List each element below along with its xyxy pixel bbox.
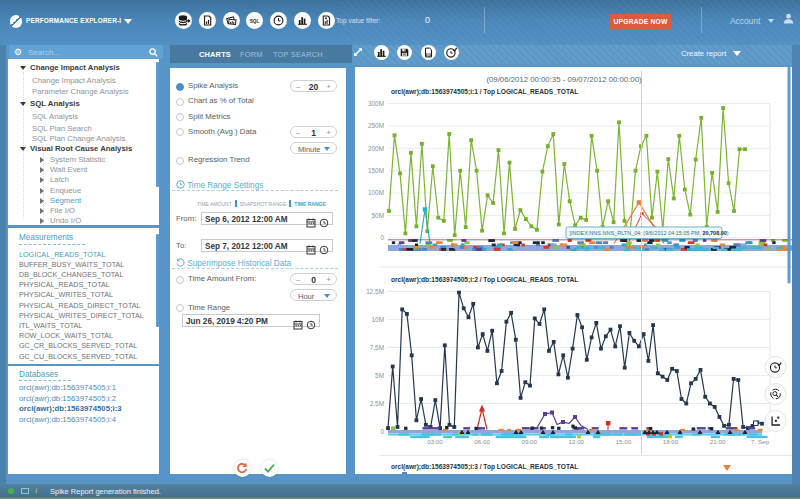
svg-text:150M: 150M	[368, 166, 384, 173]
svg-text:SQL: SQL	[425, 53, 432, 57]
svg-text:18:00: 18:00	[663, 437, 679, 444]
svg-text:06:00: 06:00	[474, 437, 490, 444]
svg-text:SQL: SQL	[250, 18, 260, 23]
svg-text:15:00: 15:00	[616, 437, 632, 444]
svg-text:(09/06/2012 00:00:35 - 09/07/2: (09/06/2012 00:00:35 - 09/07/2012 00:00:…	[486, 74, 642, 83]
svg-text:50M: 50M	[372, 211, 384, 218]
svg-text:250M: 250M	[368, 122, 384, 129]
svg-text:03:00: 03:00	[427, 437, 443, 444]
svg-text:09:00: 09:00	[521, 437, 537, 444]
svg-text:[INDEX:NNS.NNS_RLTN_04: (9/6/2: [INDEX:NNS.NNS_RLTN_04: (9/6/2012 04:15:…	[570, 230, 729, 236]
svg-text:10M: 10M	[372, 315, 384, 322]
svg-text:21:00: 21:00	[710, 437, 726, 444]
svg-text:7.5M: 7.5M	[370, 343, 384, 350]
svg-text:12:00: 12:00	[569, 437, 585, 444]
svg-text:0: 0	[380, 234, 384, 241]
svg-text:12.5M: 12.5M	[366, 287, 384, 294]
svg-text:300M: 300M	[368, 99, 384, 106]
svg-text:0: 0	[380, 427, 384, 434]
svg-text:orcl(awr);db:1563974505;i:3 /: orcl(awr);db:1563974505;i:3 / Top LOGICA…	[391, 463, 578, 471]
svg-text:100M: 100M	[368, 189, 384, 196]
svg-text:200M: 200M	[368, 144, 384, 151]
svg-text:7. Sep: 7. Sep	[751, 437, 769, 444]
svg-text:2.5M: 2.5M	[370, 399, 384, 406]
svg-text:orcl(awr);db:1563974505;i:2 /: orcl(awr);db:1563974505;i:2 / Top LOGICA…	[391, 275, 578, 283]
svg-text:orcl(awr);db:1563974505;i:1 /: orcl(awr);db:1563974505;i:1 / Top LOGICA…	[391, 88, 578, 96]
svg-text:5M: 5M	[375, 371, 384, 378]
